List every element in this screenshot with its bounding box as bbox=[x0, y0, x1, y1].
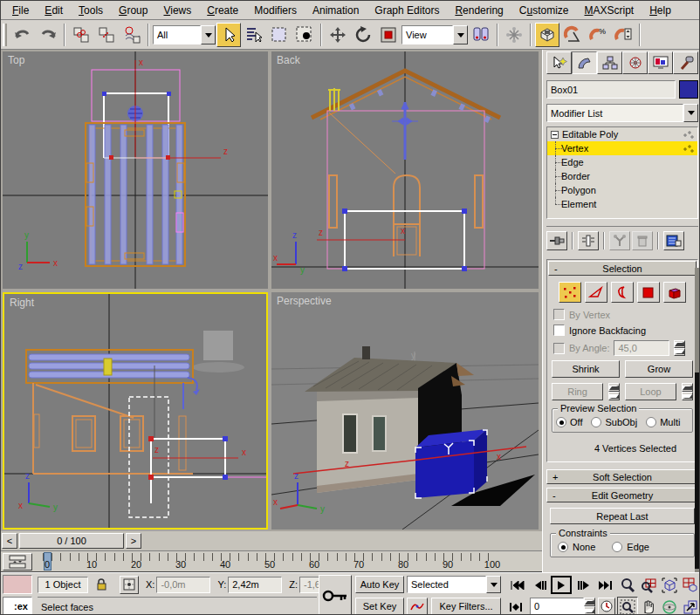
viewport-perspective[interactable]: z x y z x y Perspective bbox=[271, 292, 539, 530]
menu-item-maxscript[interactable]: MAXScript bbox=[577, 1, 642, 20]
collapse-icon[interactable]: - bbox=[552, 489, 556, 502]
scrollbar-thumb[interactable] bbox=[695, 372, 700, 569]
collapse-minus-icon[interactable] bbox=[551, 131, 559, 139]
grow-button[interactable]: Grow bbox=[625, 360, 693, 378]
time-configuration-button[interactable] bbox=[598, 598, 615, 615]
arc-rotate-button[interactable] bbox=[659, 597, 680, 615]
menu-item-edit[interactable]: Edit bbox=[37, 1, 71, 20]
border-mode-button[interactable] bbox=[611, 282, 634, 303]
ignore-backfacing-checkbox[interactable] bbox=[553, 325, 565, 336]
zoom-button[interactable] bbox=[617, 575, 638, 595]
select-and-move-button[interactable] bbox=[326, 23, 350, 47]
show-end-result-button[interactable] bbox=[578, 231, 599, 250]
loop-button[interactable]: Loop bbox=[625, 383, 676, 400]
menu-item-group[interactable]: Group bbox=[111, 1, 155, 20]
tab-utilities[interactable] bbox=[673, 51, 698, 74]
stack-item-edge[interactable]: Edge bbox=[547, 155, 697, 169]
key-mode-toggle[interactable] bbox=[507, 598, 525, 615]
default-in-out-tangents-button[interactable] bbox=[407, 598, 428, 615]
shrink-button[interactable]: Shrink bbox=[552, 360, 620, 378]
selection-lock-toggle[interactable] bbox=[92, 576, 111, 594]
set-key-button[interactable]: Set Key bbox=[355, 598, 404, 615]
collapse-icon[interactable]: - bbox=[554, 262, 558, 276]
macro-recorder-box[interactable] bbox=[3, 575, 32, 594]
window-crossing-button[interactable] bbox=[292, 23, 317, 47]
y-coordinate-field[interactable]: 2,42m bbox=[228, 577, 282, 593]
preview-multi-radio[interactable] bbox=[646, 417, 656, 427]
modifier-list-dropdown[interactable]: Modifier List bbox=[546, 104, 698, 122]
stack-item-border[interactable]: Border bbox=[547, 169, 697, 183]
edit-geometry-rollout-header[interactable]: - Edit Geometry bbox=[546, 488, 698, 502]
stack-item-element[interactable]: Element bbox=[547, 197, 697, 211]
menu-item-customize[interactable]: Customize bbox=[511, 1, 577, 20]
undo-button[interactable] bbox=[10, 23, 35, 47]
ring-spinner[interactable] bbox=[608, 383, 620, 400]
select-by-name-button[interactable] bbox=[242, 23, 266, 47]
zoom-all-button[interactable] bbox=[638, 575, 659, 595]
play-button[interactable] bbox=[551, 576, 572, 594]
time-slider-prev-button[interactable]: < bbox=[2, 533, 17, 549]
dropdown-arrow-icon[interactable] bbox=[453, 25, 468, 44]
select-and-scale-button[interactable] bbox=[376, 23, 401, 47]
x-coordinate-field[interactable]: -0,0m bbox=[156, 577, 210, 593]
panel-scrollbar[interactable] bbox=[695, 268, 700, 572]
selection-filter-dropdown[interactable]: All bbox=[153, 25, 216, 44]
pan-button[interactable] bbox=[638, 597, 659, 615]
remove-modifier-button[interactable] bbox=[632, 231, 653, 250]
unlink-selection-button[interactable] bbox=[94, 23, 119, 47]
zoom-extents-all-button[interactable] bbox=[680, 575, 700, 595]
repeat-last-button[interactable]: Repeat Last bbox=[550, 508, 695, 524]
tab-hierarchy[interactable] bbox=[597, 51, 622, 74]
constraints-edge-radio[interactable] bbox=[612, 542, 622, 552]
menu-item-views[interactable]: Views bbox=[155, 1, 199, 20]
soft-selection-rollout-header[interactable]: + Soft Selection bbox=[546, 469, 698, 484]
menu-item-tools[interactable]: Tools bbox=[71, 1, 111, 20]
animate-selection-dropdown[interactable]: Selected bbox=[407, 576, 501, 593]
track-bar[interactable]: 0 10 20 30 40 50 60 70 80 90 100 bbox=[1, 550, 542, 572]
expand-icon[interactable]: + bbox=[552, 470, 558, 484]
region-zoom-button[interactable] bbox=[617, 597, 638, 615]
min-max-toggle-button[interactable] bbox=[680, 597, 700, 615]
toolbar-drag-handle[interactable] bbox=[3, 24, 7, 46]
stack-item-editable-poly[interactable]: Editable Poly bbox=[547, 127, 697, 141]
by-angle-field[interactable]: 45,0 bbox=[614, 340, 669, 356]
select-object-button[interactable] bbox=[216, 23, 241, 47]
time-slider-handle[interactable]: 0 / 100 bbox=[19, 533, 124, 549]
select-and-link-button[interactable] bbox=[69, 23, 93, 47]
viewport-back[interactable]: z x z x y Back bbox=[271, 51, 539, 289]
configure-modifier-sets-button[interactable] bbox=[663, 231, 684, 250]
pin-stack-button[interactable] bbox=[546, 231, 567, 250]
auto-key-button[interactable]: Auto Key bbox=[355, 576, 404, 593]
rectangular-selection-region-button[interactable] bbox=[267, 23, 292, 47]
bind-to-space-warp-button[interactable] bbox=[120, 23, 144, 47]
snap-toggle-3d-button[interactable] bbox=[535, 23, 559, 47]
loop-spinner[interactable] bbox=[682, 383, 693, 400]
select-and-rotate-button[interactable] bbox=[351, 23, 375, 47]
dropdown-arrow-icon[interactable] bbox=[486, 576, 501, 593]
polygon-mode-button[interactable] bbox=[637, 282, 660, 303]
menu-item-graph-editors[interactable]: Graph Editors bbox=[367, 1, 447, 20]
menu-item-file[interactable]: File bbox=[4, 1, 37, 20]
menu-item-create[interactable]: Create bbox=[199, 1, 246, 20]
go-to-start-button[interactable] bbox=[507, 576, 528, 594]
time-slider-next-button[interactable]: > bbox=[126, 533, 141, 549]
dropdown-arrow-icon[interactable] bbox=[201, 25, 216, 44]
current-frame-field[interactable]: 0 bbox=[530, 598, 584, 615]
percent-snap-button[interactable]: % bbox=[586, 23, 610, 47]
viewport-top[interactable]: x z y x z Top bbox=[3, 51, 268, 289]
angle-snap-button[interactable] bbox=[560, 23, 585, 47]
menu-item-modifiers[interactable]: Modifiers bbox=[246, 1, 305, 20]
object-name-field[interactable]: Box01 bbox=[546, 80, 676, 99]
redo-button[interactable] bbox=[36, 23, 60, 47]
menu-item-help[interactable]: Help bbox=[642, 1, 679, 20]
stack-item-vertex[interactable]: Vertex bbox=[547, 141, 697, 155]
frame-spinner[interactable] bbox=[584, 598, 595, 615]
reference-coordinate-dropdown[interactable]: View bbox=[401, 25, 468, 44]
by-angle-checkbox[interactable] bbox=[553, 343, 565, 354]
preview-off-radio[interactable] bbox=[556, 417, 566, 427]
by-angle-spinner[interactable] bbox=[674, 340, 685, 356]
go-to-end-button[interactable] bbox=[594, 576, 615, 594]
key-filters-button[interactable]: Key Filters... bbox=[431, 598, 501, 615]
menu-item-rendering[interactable]: Rendering bbox=[447, 1, 511, 20]
make-unique-button[interactable] bbox=[609, 231, 630, 250]
